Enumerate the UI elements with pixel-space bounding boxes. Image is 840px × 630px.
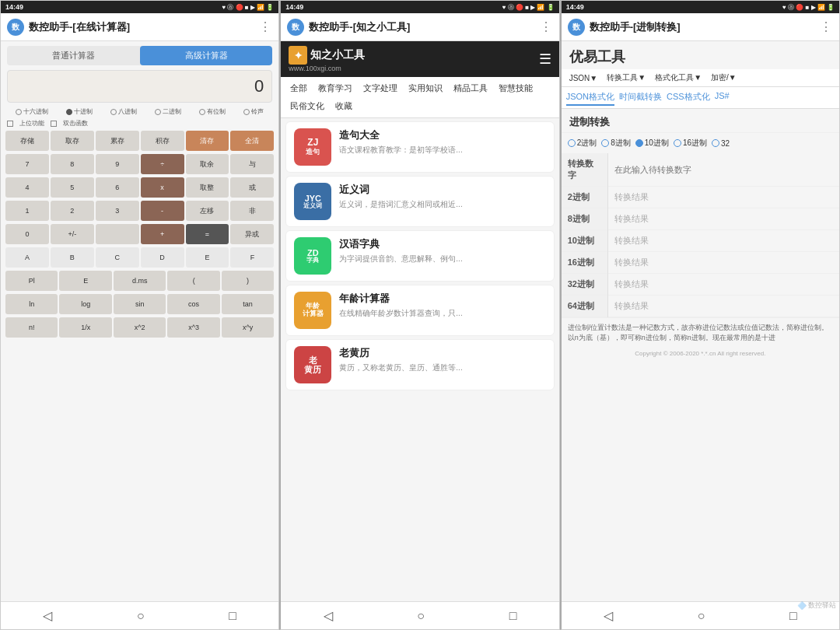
nav-recents-2[interactable]: □ bbox=[500, 607, 527, 625]
btn-div[interactable]: ÷ bbox=[141, 154, 184, 174]
btn-all-clear[interactable]: 全清 bbox=[230, 131, 274, 151]
toolbar-format[interactable]: 格式化工具▼ bbox=[652, 71, 705, 85]
tab-js[interactable]: JS# bbox=[715, 89, 730, 106]
radio-base32[interactable]: 32 bbox=[712, 139, 730, 148]
tool-item-nianling[interactable]: 年龄 计算器 年龄计算器 在线精确年龄岁数计算器查询，只... bbox=[285, 285, 554, 336]
btn-sin[interactable]: sin bbox=[114, 294, 166, 314]
tools-nav-favorites[interactable]: 收藏 bbox=[331, 98, 357, 114]
btn-log[interactable]: log bbox=[59, 294, 111, 314]
btn-PI[interactable]: Pl bbox=[5, 271, 58, 291]
tab-css[interactable]: CSS格式化 bbox=[667, 89, 710, 106]
btn-not[interactable]: 非 bbox=[230, 201, 274, 221]
btn-F[interactable]: F bbox=[230, 247, 274, 268]
mode-dec[interactable]: 十进制 bbox=[66, 107, 93, 116]
btn-cumulative[interactable]: 累存 bbox=[96, 131, 139, 151]
btn-7[interactable]: 7 bbox=[5, 154, 49, 174]
tools-nav-all[interactable]: 全部 bbox=[285, 80, 312, 96]
btn-power[interactable]: x^y bbox=[222, 317, 274, 338]
radio-base16[interactable]: 16进制 bbox=[674, 138, 707, 149]
tools-nav-edu[interactable]: 教育学习 bbox=[313, 80, 357, 96]
btn-E-const[interactable]: E bbox=[59, 271, 111, 291]
tool-item-jinyici[interactable]: JYC 近义词 近义词 近义词，是指词汇意义相同或相近... bbox=[285, 176, 554, 227]
table-cell-input[interactable] bbox=[608, 153, 839, 187]
mode-hex[interactable]: 十六进制 bbox=[16, 107, 48, 116]
hamburger-menu[interactable]: ☰ bbox=[539, 51, 551, 68]
tab-json[interactable]: JSON格式化 bbox=[566, 89, 614, 106]
btn-2[interactable]: 2 bbox=[51, 201, 94, 221]
mode-bell[interactable]: 铃声 bbox=[243, 107, 264, 116]
nav-back-1[interactable]: ◁ bbox=[33, 607, 61, 625]
btn-empty[interactable] bbox=[96, 224, 139, 244]
btn-C[interactable]: C bbox=[96, 247, 139, 268]
radio-base8[interactable]: 8进制 bbox=[601, 138, 631, 149]
nav-back-2[interactable]: ◁ bbox=[314, 607, 342, 625]
btn-lshift[interactable]: 左移 bbox=[186, 201, 229, 221]
mode-pos[interactable]: 有位制 bbox=[199, 107, 226, 116]
tools-nav-folk[interactable]: 民俗文化 bbox=[285, 98, 329, 114]
btn-plusminus[interactable]: +/- bbox=[51, 224, 94, 244]
btn-product[interactable]: 积存 bbox=[141, 131, 184, 151]
btn-6[interactable]: 6 bbox=[96, 177, 139, 198]
btn-cube[interactable]: x^3 bbox=[167, 317, 219, 338]
table-row-input[interactable]: 转换数字 bbox=[562, 153, 839, 187]
btn-1[interactable]: 1 bbox=[5, 201, 49, 221]
btn-mul[interactable]: x bbox=[141, 177, 184, 198]
btn-3[interactable]: 3 bbox=[96, 201, 139, 221]
btn-factorial[interactable]: n! bbox=[5, 317, 58, 338]
btn-5[interactable]: 5 bbox=[51, 177, 94, 198]
menu-dots-3[interactable]: ⋮ bbox=[820, 19, 833, 34]
checkbox-double[interactable] bbox=[51, 121, 57, 127]
btn-A[interactable]: A bbox=[5, 247, 49, 268]
btn-B[interactable]: B bbox=[51, 247, 94, 268]
btn-or[interactable]: 或 bbox=[230, 177, 274, 198]
mode-bin[interactable]: 二进制 bbox=[155, 107, 181, 116]
nav-home-2[interactable]: ○ bbox=[408, 607, 434, 625]
btn-9[interactable]: 9 bbox=[96, 154, 139, 174]
btn-4[interactable]: 4 bbox=[5, 177, 49, 198]
btn-and[interactable]: 与 bbox=[230, 154, 274, 174]
btn-clear-mem[interactable]: 清存 bbox=[186, 131, 229, 151]
btn-0[interactable]: 0 bbox=[5, 224, 49, 244]
mode-oct[interactable]: 八进制 bbox=[110, 107, 137, 116]
tab-normal-calc[interactable]: 普通计算器 bbox=[7, 46, 140, 65]
toolbar-convert[interactable]: 转换工具▼ bbox=[604, 71, 649, 85]
btn-dms[interactable]: d.ms bbox=[114, 271, 166, 291]
btn-ln[interactable]: ln bbox=[5, 294, 58, 314]
btn-mod[interactable]: 取余 bbox=[186, 154, 229, 174]
btn-recall[interactable]: 取存 bbox=[51, 131, 94, 151]
btn-equals[interactable]: = bbox=[186, 224, 229, 244]
menu-dots-2[interactable]: ⋮ bbox=[540, 19, 553, 34]
radio-base2[interactable]: 2进制 bbox=[568, 138, 597, 149]
btn-D[interactable]: D bbox=[141, 247, 184, 268]
toolbar-json[interactable]: JSON▼ bbox=[566, 71, 601, 85]
tab-advanced-calc[interactable]: 高级计算器 bbox=[140, 46, 273, 65]
tool-item-huangli[interactable]: 老 黄历 老黄历 黄历，又称老黄历、皇历、通胜等... bbox=[285, 339, 554, 390]
toolbar-encrypt[interactable]: 加密/▼ bbox=[708, 71, 740, 85]
tools-nav-text[interactable]: 文字处理 bbox=[359, 80, 402, 96]
btn-rparen[interactable]: ) bbox=[222, 271, 274, 291]
btn-floor[interactable]: 取整 bbox=[186, 177, 229, 198]
menu-dots-1[interactable]: ⋮ bbox=[259, 19, 272, 34]
btn-8[interactable]: 8 bbox=[51, 154, 94, 174]
btn-xor[interactable]: 异或 bbox=[230, 224, 274, 244]
tool-item-zaoju[interactable]: ZJ 造句 造句大全 语文课程教育教学：是初等学校语... bbox=[285, 121, 554, 173]
btn-cos[interactable]: cos bbox=[167, 294, 219, 314]
btn-inv[interactable]: 1/x bbox=[59, 317, 111, 338]
nav-home-3[interactable]: ○ bbox=[688, 607, 715, 625]
btn-tan[interactable]: tan bbox=[222, 294, 274, 314]
tools-nav-smart[interactable]: 智慧技能 bbox=[494, 80, 537, 96]
btn-sq[interactable]: x^2 bbox=[114, 317, 166, 338]
conv-input-field[interactable] bbox=[614, 165, 833, 174]
tool-item-zidian[interactable]: ZD 字典 汉语字典 为字词提供音韵、意思解释、例句... bbox=[285, 230, 554, 282]
nav-back-3[interactable]: ◁ bbox=[594, 607, 622, 625]
checkbox-upper[interactable] bbox=[7, 121, 13, 127]
tools-nav-practical[interactable]: 实用知识 bbox=[404, 80, 447, 96]
btn-add[interactable]: + bbox=[141, 224, 184, 244]
tab-time[interactable]: 时间截转换 bbox=[619, 89, 662, 106]
nav-recents-1[interactable]: □ bbox=[219, 607, 246, 625]
btn-store[interactable]: 存储 bbox=[5, 131, 49, 151]
btn-sub[interactable]: - bbox=[141, 201, 184, 221]
btn-lparen[interactable]: ( bbox=[167, 271, 219, 291]
radio-base10[interactable]: 10进制 bbox=[635, 138, 669, 149]
btn-E[interactable]: E bbox=[186, 247, 229, 268]
